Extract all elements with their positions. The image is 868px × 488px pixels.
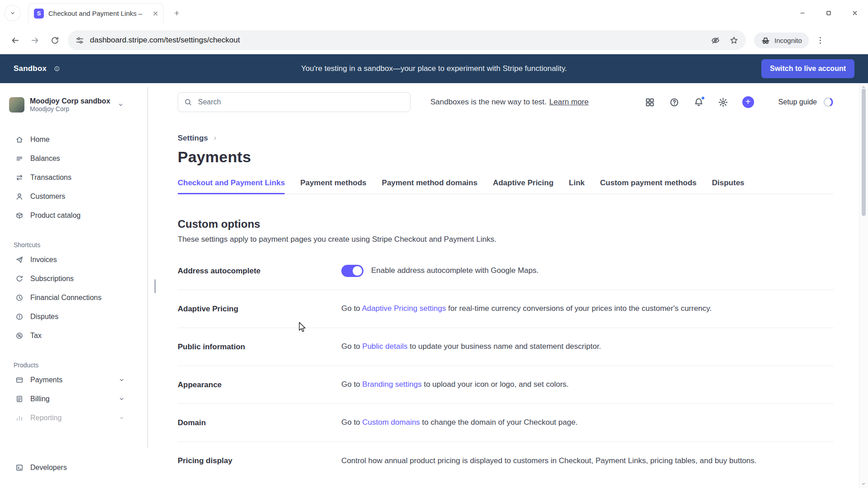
sidebar-item-label: Payments <box>30 376 62 384</box>
tab-disputes[interactable]: Disputes <box>712 178 745 194</box>
sidebar-item-payments[interactable]: Payments <box>0 371 156 389</box>
chevron-down-icon[interactable] <box>118 377 125 383</box>
chevron-down-icon[interactable] <box>118 396 125 402</box>
sidebar-item-label: Disputes <box>30 313 58 321</box>
sandboxes-promo: Sandboxes is the new way to test.Learn m… <box>430 98 589 107</box>
account-name: Moodjoy Corp sandbox <box>30 97 110 105</box>
page-scrollbar[interactable] <box>859 83 868 488</box>
setting-text: to upload your icon or logo, and set col… <box>422 380 569 389</box>
tab-custom-payment-methods[interactable]: Custom payment methods <box>600 178 696 194</box>
omnibox-icons <box>711 36 739 45</box>
close-icon <box>852 10 858 16</box>
tab-search-button[interactable] <box>5 5 21 21</box>
setting-text: to change the domain of your Checkout pa… <box>420 418 578 427</box>
info-icon[interactable] <box>54 66 60 72</box>
branding-settings-link[interactable]: Branding settings <box>362 380 421 389</box>
window-controls <box>789 0 868 26</box>
browser-tab[interactable]: S Checkout and Payment Links – <box>28 3 164 23</box>
maximize-button[interactable] <box>816 0 842 26</box>
reload-button[interactable] <box>45 31 64 50</box>
custom-domains-link[interactable]: Custom domains <box>362 418 420 427</box>
url-text: dashboard.stripe.com/test/settings/check… <box>90 36 711 45</box>
sidebar-item-developers[interactable]: Developers <box>0 458 156 477</box>
setting-row-content: Go to Custom domains to change the domai… <box>341 417 578 428</box>
bookmark-star-icon[interactable] <box>729 36 739 45</box>
sidebar-item-financial-connections[interactable]: Financial Connections <box>0 288 156 307</box>
setting-row-label: Address autocomplete <box>178 267 341 276</box>
setting-text: Go to <box>341 342 362 351</box>
create-button[interactable]: + <box>742 96 754 108</box>
chevron-down-icon[interactable] <box>118 415 125 421</box>
sidebar-item-reporting[interactable]: Reporting <box>0 408 156 427</box>
tax-icon <box>15 332 24 340</box>
eye-off-icon[interactable] <box>711 36 720 45</box>
browser-toolbar: dashboard.stripe.com/test/settings/check… <box>0 26 868 54</box>
account-switcher[interactable]: Moodjoy Corp sandbox Moodjoy Corp <box>0 93 156 117</box>
setup-guide-button[interactable]: Setup guide <box>778 97 834 108</box>
minimize-button[interactable] <box>789 0 816 26</box>
sandbox-label: Sandbox <box>14 64 47 73</box>
sidebar-nav: HomeBalancesTransactionsCustomersProduct… <box>0 130 156 427</box>
learn-more-link[interactable]: Learn more <box>549 98 589 106</box>
settings-rows: Address autocompleteEnable address autoc… <box>178 252 834 480</box>
address-autocomplete-toggle[interactable] <box>341 265 363 277</box>
sidebar-item-product-catalog[interactable]: Product catalog <box>0 206 156 225</box>
sidebar-item-transactions[interactable]: Transactions <box>0 168 156 187</box>
promo-text: Sandboxes is the new way to test. <box>430 98 547 106</box>
tab-payment-methods[interactable]: Payment methods <box>300 178 366 194</box>
sidebar-item-balances[interactable]: Balances <box>0 149 156 168</box>
switch-to-live-account-button[interactable]: Switch to live account <box>761 59 854 78</box>
sidebar-item-billing[interactable]: Billing <box>0 389 156 408</box>
address-bar[interactable]: dashboard.stripe.com/test/settings/check… <box>68 30 746 50</box>
account-avatar <box>9 97 24 113</box>
transactions-icon <box>15 174 24 182</box>
forward-button[interactable] <box>25 31 44 50</box>
setting-text: Go to <box>341 418 362 427</box>
search-input[interactable] <box>178 92 410 112</box>
apps-grid-icon[interactable] <box>645 97 655 108</box>
sidebar-item-label: Home <box>30 136 50 144</box>
public-details-link[interactable]: Public details <box>362 342 407 351</box>
setting-text: for real-time currency conversions of yo… <box>446 304 712 313</box>
scroll-down-icon[interactable] <box>861 481 866 487</box>
help-icon[interactable] <box>669 97 679 108</box>
notifications-button[interactable] <box>693 97 704 108</box>
sidebar-item-label: Subscriptions <box>30 275 74 283</box>
gear-icon[interactable] <box>718 97 728 108</box>
setting-row-address-autocomplete: Address autocompleteEnable address autoc… <box>178 252 834 290</box>
tab-payment-method-domains[interactable]: Payment method domains <box>382 178 478 194</box>
three-dots-icon <box>816 36 825 45</box>
sidebar-section-heading: Products <box>0 361 156 369</box>
disputes-icon <box>15 313 24 321</box>
tab-adaptive-pricing[interactable]: Adaptive Pricing <box>493 178 553 194</box>
close-button[interactable] <box>842 0 868 26</box>
setting-row-appearance: AppearanceGo to Branding settings to upl… <box>178 366 834 404</box>
sidebar-item-disputes[interactable]: Disputes <box>0 307 156 326</box>
setting-row-content: Go to Public details to update your busi… <box>341 341 601 352</box>
account-subtitle: Moodjoy Corp <box>30 105 110 113</box>
tab-link[interactable]: Link <box>569 178 585 194</box>
tab-checkout-and-payment-links[interactable]: Checkout and Payment Links <box>178 178 285 194</box>
browser-menu-button[interactable] <box>811 31 830 49</box>
section-title: Custom options <box>178 218 834 230</box>
new-tab-button[interactable] <box>169 5 184 21</box>
site-info-icon[interactable] <box>75 36 85 45</box>
sidebar-item-subscriptions[interactable]: Subscriptions <box>0 269 156 288</box>
page-scrollbar-thumb[interactable] <box>862 89 866 216</box>
sidebar-item-home[interactable]: Home <box>0 130 156 149</box>
section-description: These settings apply to payment pages yo… <box>178 235 834 244</box>
setting-row-content: Go to Adaptive Pricing settings for real… <box>341 303 712 314</box>
sidebar-item-customers[interactable]: Customers <box>0 187 156 206</box>
setting-row-label: Pricing display <box>178 456 341 465</box>
breadcrumb-settings-link[interactable]: Settings <box>178 134 208 143</box>
sidebar-item-invoices[interactable]: Invoices <box>0 250 156 269</box>
sidebar-item-label: Balances <box>30 155 60 163</box>
minimize-icon <box>799 10 806 16</box>
back-button[interactable] <box>5 31 24 50</box>
sidebar-scrollbar-track <box>147 87 148 448</box>
sidebar-item-tax[interactable]: Tax <box>0 326 156 345</box>
sidebar-item-label: Reporting <box>30 414 61 422</box>
tab-close-icon[interactable] <box>152 10 159 17</box>
sidebar-item-label: Billing <box>30 395 50 403</box>
adaptive-pricing-settings-link[interactable]: Adaptive Pricing settings <box>362 304 446 313</box>
